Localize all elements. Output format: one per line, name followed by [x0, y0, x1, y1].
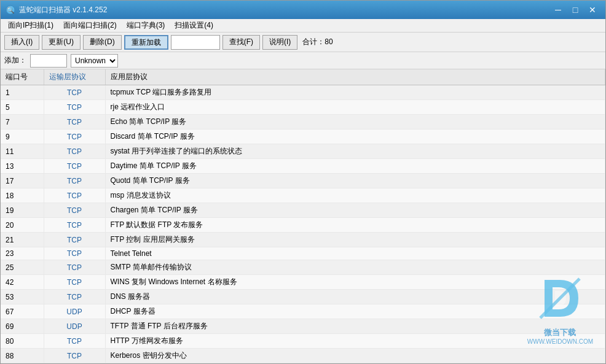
- table-row[interactable]: 20TCPFTP 默认数据 FTP 发布服务: [1, 218, 605, 233]
- main-window: 🔍 蓝蛇端口扫描器 v2.1.4.252 ─ □ ✕ 面向IP扫描(1) 面向端…: [0, 0, 606, 364]
- maximize-button[interactable]: □: [567, 4, 583, 16]
- cell-protocol: TCP: [44, 275, 105, 290]
- cell-protocol: TCP: [44, 85, 105, 100]
- cell-protocol: TCP: [44, 247, 105, 260]
- cell-protocol: TCP: [44, 334, 105, 349]
- table-row[interactable]: 69UDPTFTP 普通 FTP 后台程序服务: [1, 319, 605, 334]
- add-port-input[interactable]: [30, 54, 67, 68]
- table-container[interactable]: 端口号 运输层协议 应用层协议 1TCPtcpmux TCP 端口服务多路复用5…: [1, 69, 605, 363]
- content-area: 端口号 运输层协议 应用层协议 1TCPtcpmux TCP 端口服务多路复用5…: [1, 69, 605, 363]
- cell-app: DHCP 服务器: [105, 304, 605, 319]
- cell-app: Daytime 简单 TCP/IP 服务: [105, 159, 605, 174]
- window-title: 蓝蛇端口扫描器 v2.1.4.252: [19, 5, 550, 15]
- cell-app: HTTP 万维网发布服务: [105, 334, 605, 349]
- cell-protocol: TCP: [44, 115, 105, 130]
- cell-protocol: TCP: [44, 290, 105, 304]
- window-controls: ─ □ ✕: [550, 4, 600, 16]
- table-body: 1TCPtcpmux TCP 端口服务多路复用5TCPrje 远程作业入口7TC…: [1, 85, 605, 364]
- cell-port: 5: [1, 100, 44, 115]
- cell-app: Echo 简单 TCP/IP 服务: [105, 115, 605, 130]
- search-input[interactable]: [171, 35, 220, 50]
- cell-protocol: TCP: [44, 100, 105, 115]
- cell-protocol: TCP: [44, 159, 105, 174]
- cell-port: 25: [1, 260, 44, 275]
- cell-port: 13: [1, 159, 44, 174]
- table-row[interactable]: 21TCPFTP 控制 应用层网关服务: [1, 233, 605, 247]
- update-button[interactable]: 更新(U): [42, 35, 81, 50]
- menu-scan-settings[interactable]: 扫描设置(4): [170, 19, 218, 32]
- cell-protocol: TCP: [44, 233, 105, 247]
- cell-protocol: UDP: [44, 304, 105, 319]
- table-row[interactable]: 1TCPtcpmux TCP 端口服务多路复用: [1, 85, 605, 100]
- cell-app: DNS 服务器: [105, 290, 605, 304]
- table-row[interactable]: 25TCPSMTP 简单邮件传输协议: [1, 260, 605, 275]
- total-label: 合计：80: [302, 37, 333, 47]
- app-icon: 🔍: [6, 5, 15, 15]
- cell-protocol: TCP: [44, 203, 105, 218]
- cell-port: 88: [1, 349, 44, 363]
- explain-button[interactable]: 说明(I): [262, 35, 297, 50]
- table-row[interactable]: 23TCPTelnet Telnet: [1, 247, 605, 260]
- table-row[interactable]: 42TCPWINS 复制 Windows Internet 名称服务: [1, 275, 605, 290]
- cell-port: 42: [1, 275, 44, 290]
- table-header-row: 端口号 运输层协议 应用层协议: [1, 69, 605, 85]
- cell-port: 67: [1, 304, 44, 319]
- table-row[interactable]: 17TCPQuotd 简单 TCP/IP 服务: [1, 174, 605, 188]
- protocol-select[interactable]: Unknown TCP UDP: [71, 54, 118, 68]
- table-row[interactable]: 88TCPKerberos 密钥分发中心: [1, 349, 605, 363]
- menu-port-scan[interactable]: 面向端口扫描(2): [58, 19, 122, 32]
- cell-port: 1: [1, 85, 44, 100]
- svg-text:🔍: 🔍: [7, 6, 15, 14]
- menu-port-dict[interactable]: 端口字典(3): [122, 19, 170, 32]
- table-row[interactable]: 9TCPDiscard 简单 TCP/IP 服务: [1, 130, 605, 144]
- cell-port: 7: [1, 115, 44, 130]
- table-row[interactable]: 11TCPsystat 用于列举连接了的端口的系统状态: [1, 144, 605, 159]
- cell-app: Quotd 简单 TCP/IP 服务: [105, 174, 605, 188]
- table-row[interactable]: 18TCPmsp 消息发送协议: [1, 188, 605, 203]
- cell-port: 20: [1, 218, 44, 233]
- cell-protocol: TCP: [44, 260, 105, 275]
- cell-protocol: TCP: [44, 144, 105, 159]
- cell-protocol: TCP: [44, 174, 105, 188]
- cell-app: WINS 复制 Windows Internet 名称服务: [105, 275, 605, 290]
- cell-app: FTP 默认数据 FTP 发布服务: [105, 218, 605, 233]
- delete-button[interactable]: 删除(D): [83, 35, 122, 50]
- cell-protocol: TCP: [44, 188, 105, 203]
- cell-port: 53: [1, 290, 44, 304]
- table-row[interactable]: 102TCPX.400 Microsoft Exchange MTA: [1, 363, 605, 364]
- cell-protocol: TCP: [44, 363, 105, 364]
- cell-app: Discard 简单 TCP/IP 服务: [105, 130, 605, 144]
- cell-port: 17: [1, 174, 44, 188]
- cell-app: rje 远程作业入口: [105, 100, 605, 115]
- toolbar: 插入(I) 更新(U) 删除(D) 重新加载 查找(F) 说明(I) 合计：80: [1, 33, 605, 52]
- cell-port: 21: [1, 233, 44, 247]
- cell-app: TFTP 普通 FTP 后台程序服务: [105, 319, 605, 334]
- minimize-button[interactable]: ─: [550, 4, 566, 16]
- cell-port: 18: [1, 188, 44, 203]
- menu-bar: 面向IP扫描(1) 面向端口扫描(2) 端口字典(3) 扫描设置(4): [1, 19, 605, 33]
- table-row[interactable]: 5TCPrje 远程作业入口: [1, 100, 605, 115]
- reload-button[interactable]: 重新加载: [124, 35, 168, 50]
- cell-port: 9: [1, 130, 44, 144]
- cell-port: 19: [1, 203, 44, 218]
- cell-port: 102: [1, 363, 44, 364]
- table-row[interactable]: 13TCPDaytime 简单 TCP/IP 服务: [1, 159, 605, 174]
- cell-app: Kerberos 密钥分发中心: [105, 349, 605, 363]
- close-button[interactable]: ✕: [584, 4, 600, 16]
- col-protocol: 运输层协议: [44, 69, 105, 85]
- port-table: 端口号 运输层协议 应用层协议 1TCPtcpmux TCP 端口服务多路复用5…: [1, 69, 605, 363]
- table-row[interactable]: 53TCPDNS 服务器: [1, 290, 605, 304]
- cell-app: Chargen 简单 TCP/IP 服务: [105, 203, 605, 218]
- table-row[interactable]: 7TCPEcho 简单 TCP/IP 服务: [1, 115, 605, 130]
- cell-protocol: UDP: [44, 319, 105, 334]
- table-row[interactable]: 19TCPChargen 简单 TCP/IP 服务: [1, 203, 605, 218]
- cell-app: msp 消息发送协议: [105, 188, 605, 203]
- table-row[interactable]: 67UDPDHCP 服务器: [1, 304, 605, 319]
- cell-port: 11: [1, 144, 44, 159]
- insert-button[interactable]: 插入(I): [4, 35, 39, 50]
- menu-ip-scan[interactable]: 面向IP扫描(1): [3, 19, 58, 32]
- find-button[interactable]: 查找(F): [222, 35, 260, 50]
- cell-port: 69: [1, 319, 44, 334]
- table-row[interactable]: 80TCPHTTP 万维网发布服务: [1, 334, 605, 349]
- cell-protocol: TCP: [44, 349, 105, 363]
